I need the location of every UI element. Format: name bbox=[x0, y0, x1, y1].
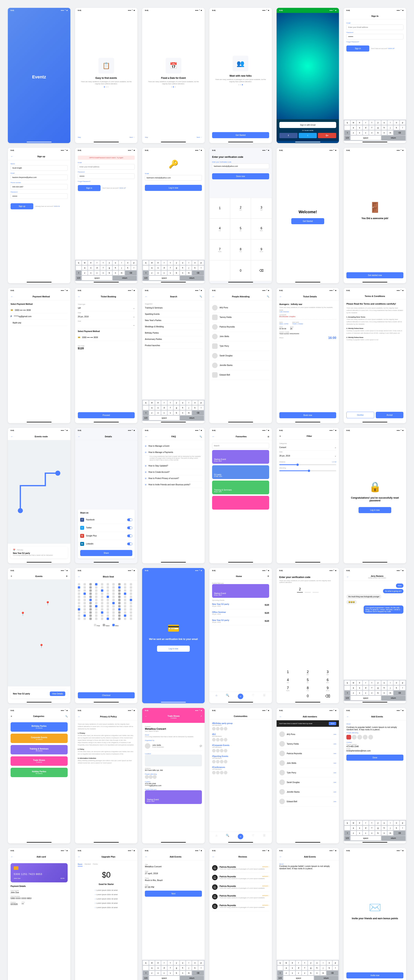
seat[interactable] bbox=[118, 614, 121, 617]
share-option[interactable]: fFacebook bbox=[80, 516, 132, 524]
person-item[interactable]: Tyler Perry bbox=[212, 341, 269, 351]
seat[interactable] bbox=[95, 617, 97, 620]
person-item[interactable]: Arfy Pons bbox=[212, 303, 269, 313]
seat[interactable] bbox=[83, 602, 86, 604]
person-item[interactable]: Patricia Reynolds bbox=[212, 322, 269, 332]
numpad-key[interactable]: 7PQRS bbox=[279, 686, 296, 691]
back-icon[interactable]: ← bbox=[11, 435, 13, 438]
forgot-password-link[interactable]: Forgot Password? bbox=[346, 41, 403, 43]
seat[interactable] bbox=[112, 614, 115, 617]
numpad-key[interactable]: 0 bbox=[299, 694, 316, 698]
get-started-button[interactable]: Get started now bbox=[346, 272, 403, 278]
search-icon[interactable]: 🔍 bbox=[199, 295, 202, 298]
pin-digit[interactable]: 2 bbox=[297, 587, 303, 592]
tab-fav[interactable]: ♡ bbox=[252, 694, 255, 699]
login-button[interactable]: Log in now bbox=[157, 646, 190, 652]
seat[interactable] bbox=[130, 605, 132, 608]
seat[interactable] bbox=[130, 611, 132, 614]
pin-digit[interactable] bbox=[313, 587, 318, 592]
search-icon[interactable]: 🔍 bbox=[267, 295, 269, 298]
share-option[interactable]: tTwitter bbox=[80, 524, 132, 532]
seat[interactable] bbox=[107, 617, 109, 620]
seat[interactable] bbox=[118, 608, 121, 611]
numpad[interactable]: 12ABC3DEF4GHI5JKL6MNO7PQRS8TUV9WXYZ0⌫ bbox=[277, 667, 339, 701]
seat[interactable] bbox=[83, 605, 86, 608]
tab-basic[interactable]: Basic bbox=[78, 863, 83, 867]
back-icon[interactable]: ← bbox=[78, 295, 81, 298]
seat[interactable] bbox=[118, 617, 121, 620]
seat[interactable] bbox=[83, 608, 86, 611]
seat-grid[interactable] bbox=[78, 583, 135, 620]
search-suggestion[interactable]: Training & Seminars bbox=[145, 305, 202, 311]
tab-add[interactable]: + bbox=[238, 694, 243, 699]
seat[interactable] bbox=[83, 599, 86, 601]
back-icon[interactable]: ← bbox=[212, 855, 215, 858]
seat[interactable] bbox=[89, 586, 92, 589]
seat[interactable] bbox=[95, 611, 97, 614]
faq-item[interactable]: ⊕How to Create Account? bbox=[145, 469, 202, 475]
seat[interactable] bbox=[118, 602, 121, 604]
get-started-button[interactable]: Get Started bbox=[291, 218, 324, 224]
back-icon[interactable]: ← bbox=[145, 295, 148, 298]
pin-icon[interactable]: 📍 bbox=[39, 644, 44, 648]
email-signin-button[interactable]: Sign in with Email bbox=[279, 122, 336, 128]
seat[interactable] bbox=[107, 596, 109, 598]
email-input[interactable] bbox=[78, 164, 135, 170]
date-select[interactable]: 28 jun, 2018⌄ bbox=[279, 453, 336, 459]
code-input[interactable] bbox=[212, 164, 269, 169]
seat[interactable] bbox=[112, 596, 115, 598]
person-item[interactable]: Tammy Fields bbox=[212, 313, 269, 322]
back-icon[interactable]: ← bbox=[145, 435, 148, 438]
keyboard[interactable]: qwertyuiopasdfghjkl⇧zxcvbnm⌫123spaceretu… bbox=[344, 680, 406, 701]
seat[interactable] bbox=[95, 608, 97, 611]
numpad-key[interactable]: 3DEF bbox=[319, 670, 336, 675]
seat[interactable] bbox=[95, 589, 97, 592]
share-icon[interactable]: ↗ bbox=[200, 715, 202, 717]
signin-button[interactable]: Sign in bbox=[346, 46, 369, 51]
seat[interactable] bbox=[107, 614, 109, 617]
keyboard[interactable]: qwertyuiopasdfghjkl⇧zxcvbnm⌫123spaceretu… bbox=[344, 119, 406, 141]
seat[interactable] bbox=[78, 596, 80, 598]
seat[interactable] bbox=[112, 592, 115, 595]
favourite-card[interactable]: Training & Seminars28 jun, 2019 bbox=[212, 480, 269, 494]
seat[interactable] bbox=[112, 583, 115, 585]
seat[interactable] bbox=[124, 605, 126, 608]
signup-button[interactable]: Sign up bbox=[11, 203, 33, 209]
seat[interactable] bbox=[118, 583, 121, 585]
twitter-button[interactable]: t bbox=[299, 133, 317, 138]
seat[interactable] bbox=[101, 605, 103, 608]
seat[interactable] bbox=[124, 611, 126, 614]
faq-item[interactable]: ⊕How to Manage a Event bbox=[145, 443, 202, 449]
faq-item[interactable]: ⊕How to Invite Friends and earn Bounous … bbox=[145, 482, 202, 488]
numpad-key[interactable]: 1 bbox=[279, 670, 296, 675]
community-group[interactable]: #Birthday party group345 Members bbox=[212, 722, 269, 730]
tab-profile[interactable]: ☰ bbox=[263, 694, 266, 699]
seat[interactable] bbox=[130, 614, 132, 617]
proceed-button[interactable]: Proceed bbox=[78, 412, 135, 418]
search-suggestion[interactable]: Sparkling Events bbox=[145, 311, 202, 317]
next-button[interactable]: Next bbox=[145, 891, 202, 897]
category-card[interactable]: Birthday Parties22 events bbox=[11, 722, 68, 732]
seat[interactable] bbox=[95, 586, 97, 589]
seat[interactable] bbox=[89, 592, 92, 595]
seat[interactable] bbox=[112, 586, 115, 589]
numpad-key[interactable]: ⌫ bbox=[319, 694, 336, 698]
numpad-key[interactable]: 2ABC bbox=[299, 670, 316, 675]
password-input[interactable] bbox=[346, 34, 403, 40]
seat[interactable] bbox=[118, 611, 121, 614]
done-button[interactable]: Done bbox=[346, 755, 403, 760]
seat[interactable] bbox=[107, 589, 109, 592]
seat[interactable] bbox=[112, 589, 115, 592]
forgot-password-link[interactable]: Forgot Password? bbox=[78, 180, 135, 182]
login-button[interactable]: Log in now bbox=[145, 185, 202, 191]
event-item[interactable]: New Year DJ party28 jun, 2018$120 bbox=[212, 617, 269, 625]
seat[interactable] bbox=[78, 614, 80, 617]
name-input[interactable] bbox=[11, 165, 68, 171]
back-icon[interactable]: ← bbox=[78, 435, 81, 438]
faq-item[interactable]: ⊖How to Manage a Payments bbox=[145, 449, 202, 455]
numpad-key[interactable]: 6MNO bbox=[319, 678, 336, 683]
share-option[interactable]: inLinkedIn bbox=[80, 540, 132, 548]
pin-icon[interactable]: 📍 bbox=[45, 601, 50, 606]
category-card[interactable]: Holiday Parties65 events bbox=[11, 768, 68, 777]
filter-icon[interactable]: ⚙ bbox=[268, 575, 269, 577]
